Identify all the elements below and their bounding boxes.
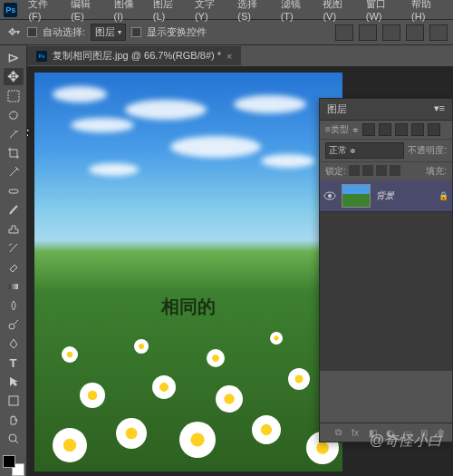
menu-layer[interactable]: 图层(L): [148, 0, 189, 24]
layer-filter-row: ≡类型 ≑: [320, 121, 452, 140]
move-tool[interactable]: ✥: [4, 68, 24, 85]
panel-title: 图层: [327, 102, 347, 116]
menu-file[interactable]: 文件(F): [23, 0, 65, 24]
blend-mode-dropdown[interactable]: 正常 ≑: [325, 142, 404, 159]
opacity-label: 不透明度:: [408, 144, 447, 157]
svg-rect-4: [9, 396, 18, 405]
lock-position-icon[interactable]: [376, 165, 387, 176]
auto-select-dropdown[interactable]: 图层▾: [91, 24, 126, 41]
tab-close-icon[interactable]: ×: [226, 51, 232, 62]
show-transform-label: 显示变换控件: [147, 25, 207, 39]
watermark: @奇怪小白: [370, 432, 442, 451]
lock-transparent-icon[interactable]: [349, 165, 360, 176]
type-tool[interactable]: T: [4, 355, 24, 372]
canvas-text: 相同的: [34, 295, 342, 319]
layer-fx-icon[interactable]: fx: [348, 426, 362, 439]
menu-help[interactable]: 帮助(H): [406, 0, 449, 24]
menu-image[interactable]: 图像(I): [109, 0, 148, 24]
menu-edit[interactable]: 编辑(E): [65, 0, 108, 24]
move-tool-icon: ✥▾: [5, 24, 22, 41]
svg-rect-2: [9, 284, 18, 289]
filter-shape-icon[interactable]: [411, 123, 424, 136]
toolbar: ⊳ ✥ T: [0, 45, 27, 476]
file-type-icon: Ps: [36, 51, 47, 62]
menu-select[interactable]: 选择(S): [232, 0, 275, 24]
foreground-color-swatch[interactable]: [3, 455, 15, 468]
canvas[interactable]: 相同的: [34, 73, 342, 471]
app-logo: Ps: [4, 3, 17, 17]
healing-tool[interactable]: [4, 182, 24, 199]
lock-pixels-icon[interactable]: [362, 165, 373, 176]
align-button-4[interactable]: [406, 24, 424, 41]
svg-point-5: [9, 434, 16, 442]
menubar: Ps 文件(F) 编辑(E) 图像(I) 图层(L) 文字(Y) 选择(S) 滤…: [0, 0, 453, 20]
lock-row: 锁定: 填充:: [320, 162, 452, 180]
expand-icon[interactable]: ⊳: [4, 49, 24, 66]
history-brush-tool[interactable]: [4, 239, 24, 257]
tab-title: 复制相同图层.jpg @ 66.7%(RGB/8#) *: [53, 49, 221, 63]
eyedropper-tool[interactable]: [4, 163, 24, 180]
blur-tool[interactable]: [4, 297, 24, 315]
eraser-tool[interactable]: [4, 259, 24, 277]
align-button-3[interactable]: [382, 24, 400, 41]
layer-name[interactable]: 背景: [376, 189, 394, 202]
align-button-2[interactable]: [359, 24, 377, 41]
align-button-5[interactable]: [429, 24, 448, 41]
link-layers-icon[interactable]: ⧉: [331, 426, 345, 439]
cursor-icon: [27, 122, 36, 139]
pen-tool[interactable]: [4, 335, 24, 353]
dodge-tool[interactable]: [4, 316, 24, 334]
align-button-1[interactable]: [335, 24, 353, 41]
lasso-tool[interactable]: [4, 106, 24, 123]
filter-smart-icon[interactable]: [428, 123, 440, 136]
filter-label: ≡类型: [325, 123, 349, 136]
svg-point-7: [328, 194, 332, 198]
brush-tool[interactable]: [4, 201, 24, 219]
wand-tool[interactable]: [4, 125, 24, 142]
fill-label: 填充:: [426, 165, 447, 178]
auto-select-label: 自动选择:: [43, 25, 85, 39]
hand-tool[interactable]: [4, 412, 24, 429]
svg-rect-1: [9, 189, 18, 193]
filter-type-icon[interactable]: [395, 123, 408, 136]
filter-pixel-icon[interactable]: [362, 123, 375, 136]
menu-filter[interactable]: 滤镜(T): [275, 0, 318, 24]
menu-window[interactable]: 窗口(W): [361, 0, 406, 24]
shape-tool[interactable]: [4, 393, 24, 410]
marquee-tool[interactable]: [4, 87, 24, 104]
stamp-tool[interactable]: [4, 220, 24, 238]
show-transform-checkbox[interactable]: [131, 27, 141, 37]
menu-view[interactable]: 视图(V): [317, 0, 360, 24]
zoom-tool[interactable]: [4, 431, 24, 448]
color-swatches[interactable]: [3, 455, 24, 476]
blend-opacity-row: 正常 ≑ 不透明度:: [320, 140, 452, 162]
document-tabs: Ps 复制相同图层.jpg @ 66.7%(RGB/8#) * ×: [27, 45, 453, 67]
layer-item[interactable]: 背景 🔒: [320, 180, 452, 212]
document-tab[interactable]: Ps 复制相同图层.jpg @ 66.7%(RGB/8#) * ×: [27, 46, 241, 65]
auto-select-checkbox[interactable]: [27, 27, 37, 37]
menu-type[interactable]: 文字(Y): [189, 0, 232, 24]
panel-menu-icon[interactable]: ▾≡: [434, 102, 445, 116]
panel-header[interactable]: 图层 ▾≡: [320, 99, 452, 121]
svg-rect-0: [8, 91, 19, 102]
gradient-tool[interactable]: [4, 278, 24, 296]
visibility-icon[interactable]: [323, 191, 336, 200]
svg-point-3: [9, 324, 14, 329]
layer-list: 背景 🔒: [320, 180, 452, 371]
filter-adjust-icon[interactable]: [379, 123, 391, 136]
crop-tool[interactable]: [4, 144, 24, 161]
layers-panel: 图层 ▾≡ ≡类型 ≑ 正常 ≑ 不透明度: 锁定: 填充: 背景 🔒 ⧉ fx…: [319, 98, 453, 442]
lock-label: 锁定:: [325, 165, 346, 178]
lock-icon: 🔒: [439, 191, 448, 200]
lock-all-icon[interactable]: [390, 165, 400, 176]
layer-thumbnail: [342, 184, 371, 208]
path-select-tool[interactable]: [4, 374, 24, 391]
